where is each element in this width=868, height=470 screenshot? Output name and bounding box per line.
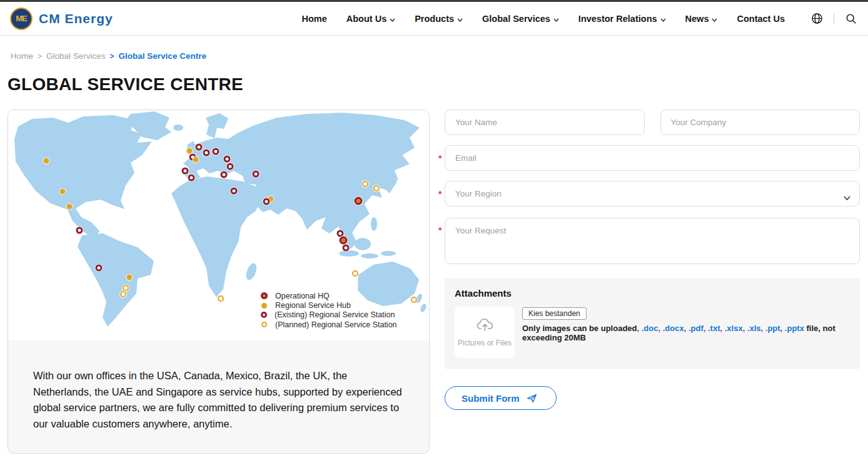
globe-icon[interactable]	[810, 12, 824, 26]
choose-files-button[interactable]: Kies bestanden	[522, 307, 587, 320]
main-content: Operational HQRegional Service Hub(Exist…	[8, 110, 860, 454]
hint-text: ,	[684, 324, 689, 333]
name-field	[445, 110, 645, 135]
map-marker-existing	[227, 163, 234, 170]
breadcrumb-separator: >	[38, 52, 42, 61]
legend-label: Regional Service Hub	[275, 301, 351, 310]
map-marker-planned	[352, 270, 358, 277]
map-marker-hq	[355, 197, 363, 205]
file-extension: .xls	[747, 324, 761, 333]
chevron-down-icon	[553, 14, 559, 24]
hint-text: ,	[743, 324, 747, 333]
map-marker-planned	[373, 185, 380, 192]
attachments-title: Attachments	[455, 288, 850, 299]
email-field	[445, 145, 860, 171]
logo-icon: ME	[10, 8, 33, 30]
file-extension: .doc	[642, 324, 659, 333]
company-input[interactable]	[660, 110, 860, 135]
breadcrumb-item-global-service-centre: Global Service Centre	[119, 51, 206, 61]
map-marker-planned	[120, 291, 126, 297]
map-marker-hub	[187, 148, 193, 154]
legend-label: (Planned) Regional Service Station	[275, 320, 397, 329]
request-textarea[interactable]	[445, 218, 860, 264]
page-title: GLOBAL SERVICE CENTRE	[8, 74, 868, 95]
legend-marker-planned	[261, 322, 267, 327]
submit-label: Submit Form	[462, 393, 520, 404]
legend-label: Operational HQ	[275, 292, 330, 300]
company-field	[660, 110, 860, 135]
nav-item-label: News	[685, 14, 709, 24]
header-divider	[834, 13, 834, 24]
submit-form-button[interactable]: Submit Form	[445, 386, 557, 410]
nav-item-investor-relations[interactable]: Investor Relations	[578, 14, 666, 24]
nav-item-products[interactable]: Products	[415, 14, 463, 24]
map-marker-planned	[362, 181, 368, 187]
email-input[interactable]	[445, 145, 860, 171]
region-select[interactable]: Your Region	[445, 181, 860, 207]
site-header: ME CM Energy HomeAbout UsProductsGlobal …	[0, 2, 868, 36]
header-icons	[810, 12, 858, 26]
breadcrumb-item-global-services[interactable]: Global Services	[46, 51, 106, 61]
nav-item-label: Products	[415, 14, 454, 24]
legend-row-existing: (Existing) Regional Service Station	[261, 310, 397, 320]
map-marker-planned	[411, 297, 417, 303]
chevron-down-icon	[660, 14, 666, 24]
nav-item-home[interactable]: Home	[301, 14, 326, 24]
world-map: Operational HQRegional Service Hub(Exist…	[8, 110, 430, 340]
upload-dropzone[interactable]: Pictures or Files	[455, 307, 515, 358]
nav-item-news[interactable]: News	[685, 14, 718, 24]
hint-text: Only images can be uploaded	[522, 324, 637, 333]
contact-form: Your Region Attachments Pictures or File…	[445, 110, 860, 454]
legend-marker-existing	[261, 312, 267, 318]
map-marker-existing	[224, 156, 231, 163]
logo[interactable]: ME CM Energy	[10, 8, 113, 30]
map-marker-existing	[196, 144, 203, 151]
attachments-section: Attachments Pictures or Files Kies besta…	[445, 278, 860, 369]
nav-item-label: About Us	[346, 14, 386, 24]
hint-text: ,	[704, 324, 708, 333]
hint-text: ,	[761, 324, 765, 333]
chevron-down-icon	[390, 14, 395, 24]
legend-row-hq: Operational HQ	[261, 291, 397, 300]
send-icon	[527, 394, 537, 403]
upload-cloud-icon	[477, 318, 493, 332]
map-marker-hub	[127, 275, 133, 280]
legend-marker-hq	[261, 292, 268, 299]
nav-menu: HomeAbout UsProductsGlobal ServicesInves…	[301, 14, 785, 24]
map-marker-existing	[263, 198, 270, 205]
map-marker-hub	[193, 157, 199, 163]
map-marker-hq	[340, 237, 348, 245]
breadcrumb-separator: >	[110, 52, 114, 61]
chevron-down-icon	[457, 14, 463, 24]
upload-hint: Only images can be uploaded, .doc, .docx…	[522, 324, 850, 342]
nav-item-about-us[interactable]: About Us	[346, 14, 395, 24]
name-input[interactable]	[445, 110, 645, 135]
map-marker-existing	[76, 227, 83, 234]
nav-item-label: Contact Us	[737, 14, 785, 24]
file-extension: .txt	[708, 324, 720, 333]
map-marker-planned	[218, 295, 224, 302]
map-marker-existing	[343, 245, 350, 252]
nav-item-global-services[interactable]: Global Services	[482, 14, 559, 24]
map-marker-existing	[213, 148, 220, 155]
map-marker-existing	[188, 175, 195, 181]
nav-item-contact-us[interactable]: Contact Us	[737, 14, 785, 24]
map-marker-existing	[182, 168, 189, 175]
map-marker-hub	[67, 204, 73, 210]
hint-text: ,	[780, 324, 785, 333]
request-field	[445, 217, 860, 267]
file-extension: .pdf	[689, 324, 704, 333]
file-extension: .xlsx	[725, 324, 743, 333]
map-marker-existing	[253, 171, 260, 178]
map-marker-existing	[203, 150, 210, 156]
map-marker-existing	[96, 265, 103, 272]
breadcrumb: Home>Global Services>Global Service Cent…	[11, 51, 868, 61]
breadcrumb-item-home[interactable]: Home	[11, 51, 33, 61]
file-extension: .docx	[663, 324, 684, 333]
map-legend: Operational HQRegional Service Hub(Exist…	[261, 291, 397, 330]
search-icon[interactable]	[844, 12, 858, 26]
intro-text: With our own offices in the USA, Canada,…	[8, 340, 429, 432]
nav-item-label: Investor Relations	[578, 14, 657, 24]
map-marker-hub	[60, 189, 66, 195]
hint-text: ,	[658, 324, 662, 333]
